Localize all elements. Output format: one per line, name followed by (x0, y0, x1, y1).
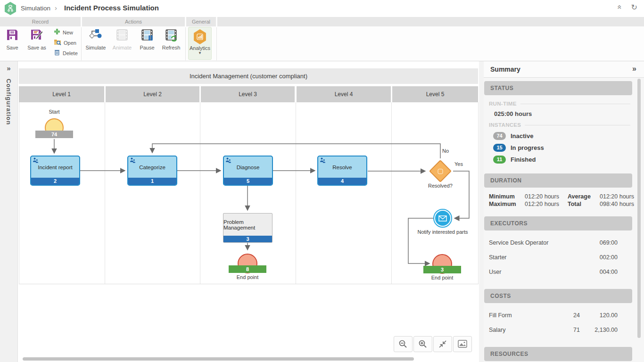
analytics-button[interactable]: Analytics ▾ (188, 27, 212, 60)
simulate-flowchart-icon (89, 28, 102, 43)
section-resources[interactable]: RESOURCES (484, 347, 632, 361)
collapse-ribbon-icon[interactable]: » (615, 5, 624, 9)
task-categorize[interactable]: Categorize 1 (127, 156, 177, 186)
vertical-scrollbar[interactable] (637, 79, 641, 338)
instances-label: INSTANCES (489, 122, 521, 128)
ribbon: Record Actions General Save Save as New … (0, 17, 644, 61)
inactive-count-badge: 74 (493, 132, 506, 140)
ribbon-group-record: Record (0, 17, 81, 26)
cost-count: 71 (564, 327, 580, 333)
finished-count-badge: 11 (493, 156, 506, 164)
zoom-toolbar (394, 336, 472, 352)
performer-person-icon (320, 157, 325, 164)
group-separator (185, 27, 186, 60)
ribbon-group-general: General (186, 17, 216, 26)
refresh-button[interactable]: Refresh (159, 28, 183, 58)
subprocess-label: Problem Management (223, 219, 272, 230)
task-resolve[interactable]: Resolve 4 (317, 156, 367, 186)
runtime-value: 025:00 hours (494, 110, 532, 117)
duration-average-value: 012:20 hours (600, 193, 634, 200)
performer-person-icon (130, 157, 135, 164)
ribbon-group-filler (217, 17, 644, 26)
task-count-badge: 5 (224, 178, 272, 185)
export-image-button[interactable] (453, 336, 472, 352)
executor-label: Starter (489, 254, 507, 261)
executor-label: User (489, 269, 501, 275)
save-as-button[interactable]: Save as (25, 28, 49, 58)
task-count-badge: 1 (128, 178, 176, 185)
executor-value: 069:00 (578, 239, 618, 246)
gateway-no-label: No (442, 148, 449, 154)
cost-label: Salary (489, 327, 505, 333)
save-button[interactable]: Save (0, 28, 25, 58)
instance-row-finished: 11 Finished (493, 155, 536, 164)
group-separator (216, 27, 217, 60)
section-costs[interactable]: COSTS (484, 289, 632, 303)
top-bar: Simulation › Incident Process Simulation… (0, 0, 644, 17)
animate-button: Animate (110, 28, 134, 58)
duration-total-label: Total (568, 201, 581, 207)
task-count-badge: 2 (31, 178, 79, 185)
message-event-notify[interactable] (433, 209, 452, 228)
task-diagnose[interactable]: Diagnose 5 (223, 156, 273, 186)
open-folder-icon (54, 39, 61, 47)
summary-title: Summary (490, 66, 520, 73)
message-event-label: Notify interested parts (414, 229, 471, 235)
summary-panel: Summary » STATUS RUN-TIME 025:00 hours I… (484, 61, 644, 362)
collapse-panel-icon[interactable]: » (632, 65, 636, 73)
expand-configuration-icon[interactable]: » (0, 64, 17, 72)
configuration-label[interactable]: Configuration (5, 79, 12, 125)
ribbon-group-actions: Actions (82, 17, 185, 26)
subprocess-problem-management[interactable]: Problem Management 3 (223, 213, 272, 243)
reload-icon[interactable]: ↻ (631, 3, 637, 12)
new-button[interactable]: New (54, 28, 73, 37)
page-title: Incident Process Simulation (64, 4, 159, 12)
performer-person-icon (33, 157, 38, 164)
save-as-floppy-pencil-icon (30, 28, 43, 43)
diagram-canvas[interactable]: Incident Management (customer compliant)… (18, 61, 479, 362)
executor-value: 004:00 (578, 269, 618, 275)
executor-value: 002:00 (578, 254, 618, 261)
cost-value: 2,130.00 (587, 327, 618, 333)
instance-row-inactive: 74 Inactive (493, 132, 533, 140)
start-count-badge: 74 (35, 131, 73, 138)
task-incident-report[interactable]: Incident report 2 (30, 156, 80, 186)
task-label: Diagnose (237, 165, 260, 170)
start-event-label: Start (42, 109, 66, 115)
task-label: Incident report (38, 165, 73, 170)
gateway-label: Resolved? (421, 183, 459, 189)
pause-button[interactable]: Pause (135, 28, 159, 58)
end-event-label: End point (423, 275, 461, 280)
runtime-subsection: RUN-TIME (489, 101, 630, 107)
duration-minimum-label: Minimum (489, 193, 515, 200)
fit-to-screen-button[interactable] (433, 336, 452, 352)
cost-value: 120.00 (587, 312, 618, 319)
runtime-label: RUN-TIME (489, 101, 517, 107)
open-button[interactable]: Open (54, 39, 76, 47)
sequence-flows (18, 61, 479, 362)
analytics-chart-icon (193, 29, 207, 44)
delete-button[interactable]: Delete (54, 49, 78, 58)
section-status[interactable]: STATUS (484, 81, 632, 95)
simulate-button[interactable]: Simulate (83, 28, 108, 58)
delete-trash-icon (54, 49, 60, 58)
horizontal-scrollbar[interactable] (23, 357, 414, 361)
analytics-dropdown-caret-icon[interactable]: ▾ (199, 51, 201, 55)
breadcrumb[interactable]: Simulation (21, 5, 50, 12)
instances-subsection: INSTANCES (489, 122, 630, 128)
section-duration[interactable]: DURATION (484, 173, 632, 188)
end-count-badge: 8 (229, 265, 266, 273)
refresh-film-icon (165, 28, 178, 43)
zoom-out-button[interactable] (394, 336, 413, 352)
new-plus-icon (54, 28, 60, 37)
zoom-in-button[interactable] (413, 336, 432, 352)
duration-total-value: 098:40 hours (600, 201, 634, 207)
summary-panel-header: Summary » (484, 61, 644, 78)
rule (520, 104, 630, 104)
subprocess-count-badge: 3 (223, 236, 272, 242)
section-executors[interactable]: EXECUTORS (484, 216, 632, 230)
animate-film-icon (116, 28, 129, 43)
task-label: Resolve (332, 165, 352, 170)
cost-count: 24 (564, 312, 580, 319)
rule (525, 125, 630, 125)
